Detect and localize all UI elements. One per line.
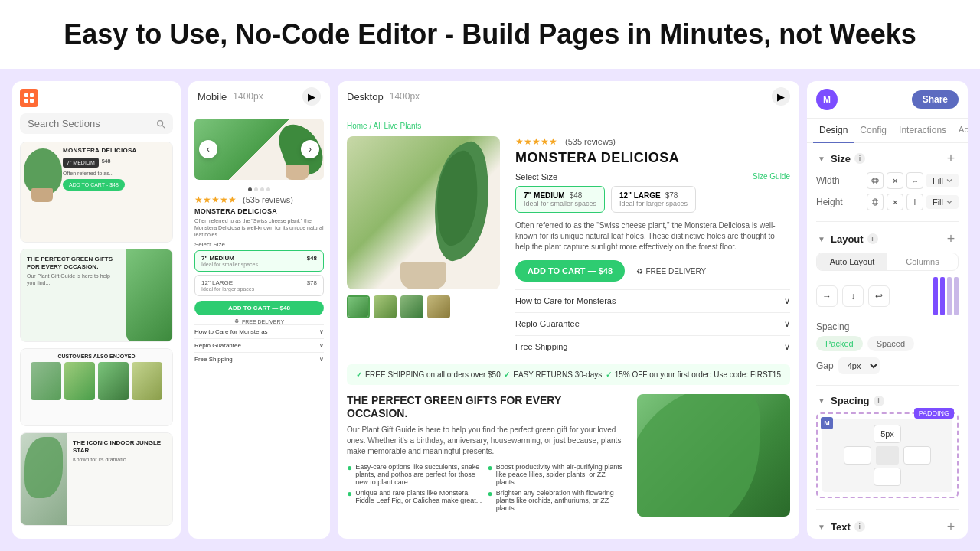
packed-chip[interactable]: Packed: [816, 336, 863, 351]
mobile-accordion-2[interactable]: Replo Guarantee ∨: [194, 338, 324, 352]
width-expand-icon[interactable]: ↔: [906, 172, 923, 189]
height-cursor-icon[interactable]: I: [906, 194, 923, 210]
mobile-accordion-1[interactable]: How to Care for Monsteras ∨: [194, 324, 324, 338]
desktop-thumb-2[interactable]: [374, 295, 397, 318]
desktop-action-row: ADD TO CART — $48 ♻ FREE DELIVERY: [515, 260, 790, 282]
sections-panel: MONSTERA DELICIOSA 7" MEDIUM $48 Often r…: [12, 81, 181, 539]
recycle-icon-desktop: ♻: [636, 267, 643, 276]
columns-visual: [933, 277, 959, 315]
direction-right-button[interactable]: →: [816, 285, 838, 307]
col-bar-3: [947, 277, 952, 315]
desktop-add-to-cart-button[interactable]: ADD TO CART — $48: [515, 260, 625, 282]
mobile-size-large[interactable]: 12" LARGE $78 Ideal for larger spaces: [194, 275, 324, 296]
search-input[interactable]: [28, 118, 156, 129]
size-toggle[interactable]: ▼: [816, 153, 827, 164]
mobile-size-medium[interactable]: 7" MEDIUM $48 Ideal for smaller spaces: [194, 250, 324, 272]
spacing-label: Spacing: [816, 321, 959, 332]
height-responsive-icon[interactable]: [867, 194, 884, 210]
desktop-second-desc: Our Plant Gift Guide is here to help you…: [347, 425, 625, 457]
desktop-accordion-3[interactable]: Free Shipping ∨: [515, 335, 790, 358]
auto-layout-tab[interactable]: Auto Layout: [817, 253, 887, 270]
mobile-accordion-3[interactable]: Free Shipping ∨: [194, 352, 324, 366]
height-remove-icon[interactable]: ✕: [887, 194, 903, 210]
share-button[interactable]: Share: [912, 90, 959, 109]
desktop-panel: Desktop 1400px ▶ Home / All Live Plants: [338, 81, 799, 539]
hero-title: Easy to Use, No-Code Editor - Build Page…: [64, 18, 916, 51]
direction-wrap-button[interactable]: ↩: [868, 285, 890, 307]
mobile-free-delivery: ♻ FREE DELIVERY: [194, 318, 324, 324]
carousel-prev-button[interactable]: ‹: [199, 140, 217, 158]
width-remove-icon[interactable]: ✕: [887, 172, 903, 189]
tab-config[interactable]: Config: [854, 119, 893, 143]
text-toggle[interactable]: ▼: [816, 521, 827, 532]
size-section: ▼ Size i + Width: [816, 151, 959, 210]
layout-direction-controls: → ↓ ↩: [816, 277, 959, 315]
search-bar[interactable]: [20, 113, 173, 134]
desktop-accordion-1[interactable]: How to Care for Monsteras ∨: [515, 289, 790, 312]
desktop-accordion-2[interactable]: Replo Guarantee ∨: [515, 312, 790, 335]
section-card-monstera[interactable]: MONSTERA DELICIOSA 7" MEDIUM $48 Often r…: [20, 142, 173, 243]
size-add-button[interactable]: +: [943, 151, 959, 166]
svg-rect-6: [872, 179, 878, 182]
direction-down-button[interactable]: ↓: [842, 285, 864, 307]
desktop-thumb-3[interactable]: [400, 295, 423, 318]
desktop-stars: ★★★★★: [515, 136, 557, 147]
spaced-chip[interactable]: Spaced: [867, 336, 914, 351]
layout-info-icon[interactable]: i: [867, 233, 878, 244]
height-value[interactable]: Fill: [926, 195, 959, 209]
desktop-size-guide-link[interactable]: Size Guide: [753, 172, 790, 181]
mobile-add-to-cart-button[interactable]: ADD TO CART — $48: [194, 301, 324, 315]
width-value[interactable]: Fill: [926, 174, 959, 187]
desktop-play-button[interactable]: ▶: [772, 87, 790, 106]
layout-add-button[interactable]: +: [943, 231, 959, 246]
desktop-size-medium[interactable]: 7" MEDIUM$48 Ideal for smaller spaces: [515, 186, 605, 213]
desktop-review-count: (535 reviews): [565, 137, 616, 146]
tab-interactions[interactable]: Interactions: [893, 119, 952, 143]
right-panel-header: M Share: [807, 81, 968, 119]
bullet-dot-4: ●: [488, 489, 493, 498]
layout-toggle[interactable]: ▼: [816, 233, 827, 244]
desktop-pot: [400, 262, 446, 289]
layout-section-header: ▼ Layout i +: [816, 231, 959, 246]
tab-accessibility[interactable]: Accessi...: [952, 119, 968, 143]
section-card-customers[interactable]: CUSTOMERS ALSO ENJOYED: [20, 348, 173, 426]
desktop-product-images: [347, 136, 500, 358]
spacing-outer-box: PADDING M: [816, 412, 959, 498]
bullet-2: ● Boost productivity with air-purifying …: [488, 463, 626, 486]
text-add-button[interactable]: +: [943, 519, 959, 534]
desktop-thumb-1[interactable]: [347, 295, 370, 318]
desktop-preview: Home / All Live Plants: [338, 112, 799, 539]
columns-tab[interactable]: Columns: [887, 253, 958, 270]
tab-design[interactable]: Design: [813, 119, 854, 143]
carousel-dots: [194, 184, 324, 194]
dot-4: [266, 187, 270, 191]
carousel-next-button[interactable]: ›: [301, 140, 319, 158]
size-info-icon[interactable]: i: [854, 153, 865, 164]
mobile-play-button[interactable]: ▶: [302, 87, 321, 106]
desktop-shipping-bar: ✓ FREE SHIPPING on all orders over $50 ✓…: [347, 364, 790, 385]
text-info-icon[interactable]: i: [854, 521, 865, 532]
col-bar-2: [940, 277, 945, 315]
desktop-size-large[interactable]: 12" LARGE$78 Ideal for larger spaces: [611, 186, 696, 213]
desktop-second-section: THE PERFECT GREEN GIFTS FOR EVERY OCCASI…: [347, 385, 790, 517]
desktop-thumb-4[interactable]: [427, 295, 450, 318]
mobile-size-large-sub: Ideal for larger spaces: [201, 286, 317, 292]
padding-right-input[interactable]: [903, 446, 931, 465]
spacing-info-icon[interactable]: i: [874, 396, 884, 406]
desktop-leaf: [422, 139, 500, 263]
recycle-icon: ♻: [234, 318, 239, 324]
desktop-size-options: 7" MEDIUM$48 Ideal for smaller spaces 12…: [515, 186, 790, 213]
padding-bottom-input[interactable]: [874, 468, 901, 486]
col-bar-1: [933, 277, 938, 315]
gap-select[interactable]: 4px: [838, 357, 880, 374]
spacing-section-header: ▼ Spacing i: [816, 395, 959, 406]
svg-point-4: [158, 120, 163, 126]
section-card-gifts[interactable]: THE PERFECT GREEN GIFTS FOR EVERY OCCASI…: [20, 249, 173, 342]
bullet-3: ● Unique and rare plants like Monstera F…: [347, 489, 485, 512]
spacing-toggle[interactable]: ▼: [816, 396, 827, 406]
padding-top-input[interactable]: [874, 425, 901, 443]
padding-left-input[interactable]: [844, 446, 871, 465]
mobile-panel-header: Mobile 1400px ▶: [188, 81, 330, 112]
section-card-iconic[interactable]: THE ICONIC INDOOR JUNGLE STAR Known for …: [20, 432, 173, 526]
width-responsive-icon[interactable]: [867, 172, 884, 189]
